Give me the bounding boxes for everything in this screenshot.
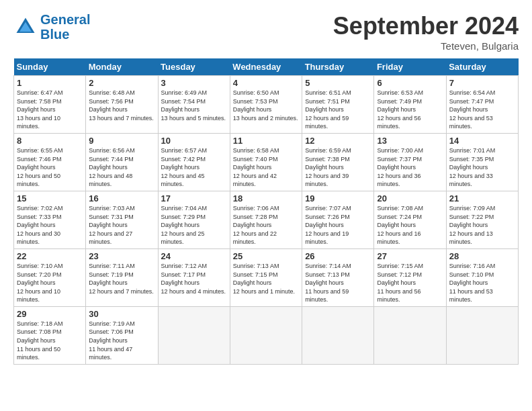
day-21: 21Sunrise: 7:09 AMSunset: 7:22 PMDayligh… bbox=[446, 191, 518, 248]
header-row: Sunday Monday Tuesday Wednesday Thursday… bbox=[14, 58, 519, 76]
col-sunday: Sunday bbox=[14, 58, 86, 76]
day-19: 19Sunrise: 7:07 AMSunset: 7:26 PMDayligh… bbox=[302, 191, 374, 248]
day-24: 24Sunrise: 7:12 AMSunset: 7:17 PMDayligh… bbox=[158, 248, 230, 306]
day-empty bbox=[302, 306, 374, 364]
day-4: 4Sunrise: 6:50 AMSunset: 7:53 PMDaylight… bbox=[230, 76, 302, 134]
day-14: 14Sunrise: 7:01 AMSunset: 7:35 PMDayligh… bbox=[446, 133, 518, 191]
day-9: 9Sunrise: 6:56 AMSunset: 7:44 PMDaylight… bbox=[86, 133, 158, 191]
day-23: 23Sunrise: 7:11 AMSunset: 7:19 PMDayligh… bbox=[86, 248, 158, 306]
day-1: 1Sunrise: 6:47 AMSunset: 7:58 PMDaylight… bbox=[14, 76, 86, 134]
day-16: 16Sunrise: 7:03 AMSunset: 7:31 PMDayligh… bbox=[86, 191, 158, 248]
day-2: 2Sunrise: 6:48 AMSunset: 7:56 PMDaylight… bbox=[86, 76, 158, 134]
day-3: 3Sunrise: 6:49 AMSunset: 7:54 PMDaylight… bbox=[158, 76, 230, 134]
location: Teteven, Bulgaria bbox=[333, 40, 519, 52]
logo-text: General Blue bbox=[40, 12, 90, 42]
day-25: 25Sunrise: 7:13 AMSunset: 7:15 PMDayligh… bbox=[230, 248, 302, 306]
month-title: September 2024 bbox=[333, 12, 519, 40]
day-22: 22Sunrise: 7:10 AMSunset: 7:20 PMDayligh… bbox=[14, 248, 86, 306]
col-wednesday: Wednesday bbox=[230, 58, 302, 76]
col-tuesday: Tuesday bbox=[158, 58, 230, 76]
logo-icon bbox=[13, 15, 38, 39]
day-20: 20Sunrise: 7:08 AMSunset: 7:24 PMDayligh… bbox=[374, 191, 446, 248]
page: General Blue September 2024 Teteven, Bul… bbox=[0, 0, 532, 371]
day-6: 6Sunrise: 6:53 AMSunset: 7:49 PMDaylight… bbox=[374, 76, 446, 134]
day-8: 8Sunrise: 6:55 AMSunset: 7:46 PMDaylight… bbox=[14, 133, 86, 191]
day-27: 27Sunrise: 7:15 AMSunset: 7:12 PMDayligh… bbox=[374, 248, 446, 306]
title-block: September 2024 Teteven, Bulgaria bbox=[333, 12, 519, 52]
day-11: 11Sunrise: 6:58 AMSunset: 7:40 PMDayligh… bbox=[230, 133, 302, 191]
day-15: 15Sunrise: 7:02 AMSunset: 7:33 PMDayligh… bbox=[14, 191, 86, 248]
day-17: 17Sunrise: 7:04 AMSunset: 7:29 PMDayligh… bbox=[158, 191, 230, 248]
calendar-table: Sunday Monday Tuesday Wednesday Thursday… bbox=[13, 58, 519, 365]
day-empty bbox=[158, 306, 230, 364]
day-5: 5Sunrise: 6:51 AMSunset: 7:51 PMDaylight… bbox=[302, 76, 374, 134]
day-7: 7Sunrise: 6:54 AMSunset: 7:47 PMDaylight… bbox=[446, 76, 518, 134]
day-10: 10Sunrise: 6:57 AMSunset: 7:42 PMDayligh… bbox=[158, 133, 230, 191]
col-saturday: Saturday bbox=[446, 58, 518, 76]
day-empty bbox=[230, 306, 302, 364]
day-30: 30Sunrise: 7:19 AMSunset: 7:06 PMDayligh… bbox=[86, 306, 158, 364]
col-friday: Friday bbox=[374, 58, 446, 76]
day-13: 13Sunrise: 7:00 AMSunset: 7:37 PMDayligh… bbox=[374, 133, 446, 191]
day-empty bbox=[446, 306, 518, 364]
col-monday: Monday bbox=[86, 58, 158, 76]
col-thursday: Thursday bbox=[302, 58, 374, 76]
day-28: 28Sunrise: 7:16 AMSunset: 7:10 PMDayligh… bbox=[446, 248, 518, 306]
day-18: 18Sunrise: 7:06 AMSunset: 7:28 PMDayligh… bbox=[230, 191, 302, 248]
day-12: 12Sunrise: 6:59 AMSunset: 7:38 PMDayligh… bbox=[302, 133, 374, 191]
day-empty bbox=[374, 306, 446, 364]
day-26: 26Sunrise: 7:14 AMSunset: 7:13 PMDayligh… bbox=[302, 248, 374, 306]
day-29: 29Sunrise: 7:18 AMSunset: 7:08 PMDayligh… bbox=[14, 306, 86, 364]
header: General Blue September 2024 Teteven, Bul… bbox=[13, 12, 519, 52]
logo: General Blue bbox=[13, 12, 90, 42]
